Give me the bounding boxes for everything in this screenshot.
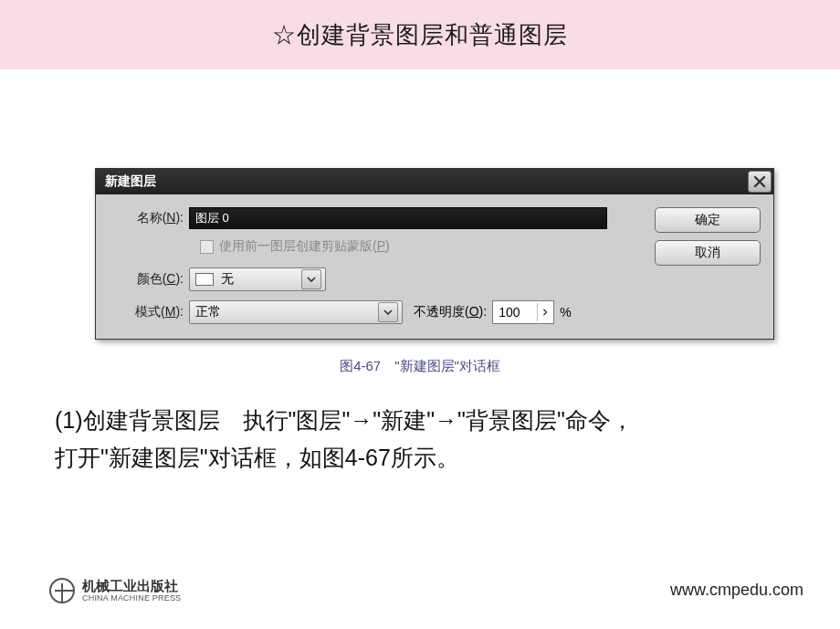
body-text: (1)创建背景图层 执行"图层"→"新建"→"背景图层"命令， 打开"新建图层"… (55, 402, 785, 477)
chevron-right-icon (537, 303, 551, 321)
dialog-title: 新建图层 (105, 173, 156, 190)
new-layer-dialog: 新建图层 确定 取消 名称(N): 使用前一图层创建剪 (95, 168, 774, 340)
figure-caption: 图4-67 "新建图层"对话框 (0, 358, 840, 375)
publisher-url: www.cmpedu.com (670, 581, 803, 600)
opacity-input[interactable] (499, 305, 537, 320)
opacity-group: 不透明度(O): % (414, 300, 572, 324)
color-swatch (195, 273, 214, 286)
mode-label: 模式(M): (109, 304, 189, 320)
dialog-button-column: 确定 取消 (655, 207, 761, 266)
slide-header: ☆创建背景图层和普通图层 (0, 0, 840, 69)
color-select[interactable]: 无 (189, 267, 326, 291)
color-label: 颜色(C): (109, 271, 189, 288)
color-value: 无 (221, 271, 296, 288)
chevron-down-icon (301, 269, 321, 289)
opacity-field[interactable] (492, 300, 554, 324)
clipmask-label: 使用前一图层创建剪贴蒙版(P) (219, 238, 390, 255)
close-button[interactable] (748, 171, 772, 193)
publisher-logo-block: 机械工业出版社 CHINA MACHINE PRESS (49, 578, 181, 603)
slide-title: ☆创建背景图层和普通图层 (272, 19, 568, 51)
dialog-body: 确定 取消 名称(N): 使用前一图层创建剪贴蒙版(P) 颜色(C): (96, 194, 773, 339)
mode-select[interactable]: 正常 (189, 300, 403, 324)
cancel-button[interactable]: 取消 (655, 240, 761, 266)
body-line-2: 打开"新建图层"对话框，如图4-67所示。 (55, 439, 785, 477)
color-row: 颜色(C): 无 (109, 267, 761, 291)
mode-row: 模式(M): 正常 不透明度(O): (109, 300, 761, 324)
opacity-unit: % (560, 305, 571, 320)
publisher-logo-icon (49, 578, 75, 603)
name-label: 名称(N): (109, 210, 189, 226)
publisher-name-en: CHINA MACHINE PRESS (82, 593, 181, 603)
chevron-down-icon (378, 302, 398, 322)
clipmask-checkbox[interactable] (200, 240, 214, 254)
opacity-label: 不透明度(O): (414, 304, 487, 320)
layer-name-input[interactable] (189, 207, 607, 229)
mode-value: 正常 (195, 304, 373, 320)
dialog-titlebar[interactable]: 新建图层 (96, 169, 773, 194)
ok-button[interactable]: 确定 (655, 207, 761, 233)
body-line-1: (1)创建背景图层 执行"图层"→"新建"→"背景图层"命令， (55, 402, 785, 439)
publisher-name-cn: 机械工业出版社 (82, 579, 181, 593)
close-icon (753, 175, 766, 188)
page: ☆创建背景图层和普通图层 新建图层 确定 取消 名称(N): (0, 0, 840, 629)
